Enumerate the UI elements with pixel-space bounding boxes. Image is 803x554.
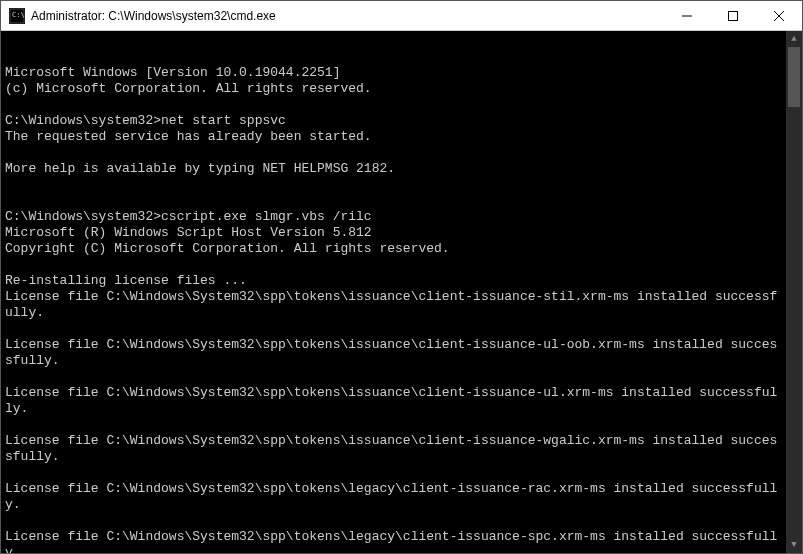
vertical-scrollbar[interactable]: ▲ ▼ [786, 31, 802, 553]
maximize-button[interactable] [710, 1, 756, 30]
window-titlebar[interactable]: C:\ Administrator: C:\Windows\system32\c… [1, 1, 802, 31]
minimize-button[interactable] [664, 1, 710, 30]
svg-text:C:\: C:\ [12, 11, 25, 19]
cmd-icon: C:\ [9, 8, 25, 24]
console-area[interactable]: Microsoft Windows [Version 10.0.19044.22… [1, 31, 802, 553]
window-controls [664, 1, 802, 30]
scroll-down-arrow[interactable]: ▼ [786, 537, 802, 553]
close-button[interactable] [756, 1, 802, 30]
svg-rect-4 [729, 11, 738, 20]
scroll-up-arrow[interactable]: ▲ [786, 31, 802, 47]
scrollbar-thumb[interactable] [788, 47, 800, 107]
window-title: Administrator: C:\Windows\system32\cmd.e… [31, 9, 664, 23]
console-output: Microsoft Windows [Version 10.0.19044.22… [5, 65, 798, 553]
